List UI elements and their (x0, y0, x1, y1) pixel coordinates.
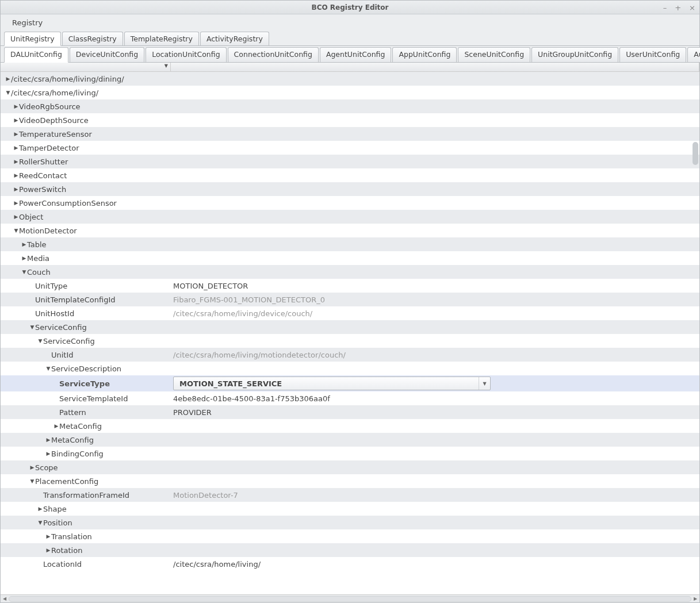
disclosure-closed-icon[interactable]: ▶ (21, 241, 27, 247)
disclosure-open-icon[interactable]: ▼ (5, 90, 11, 95)
tree-label: BindingConfig (51, 450, 104, 458)
tree-row[interactable]: UnitTypeMOTION_DETECTOR (1, 279, 699, 293)
horizontal-scrollbar[interactable]: ◀ ▶ (1, 594, 699, 602)
tree-value: MOTION_DETECTOR (171, 282, 699, 290)
tree-row[interactable]: ▶ Translation (1, 529, 699, 543)
main-tab-unitregistry[interactable]: UnitRegistry (4, 32, 61, 46)
disclosure-closed-icon[interactable]: ▶ (13, 131, 19, 137)
tree-row[interactable]: ServiceTemplateId4ebe8edc-01be-4500-83a1… (1, 391, 699, 405)
sub-tab-deviceunitconfig[interactable]: DeviceUnitConfig (70, 47, 144, 62)
disclosure-closed-icon[interactable]: ▶ (45, 533, 51, 539)
tree-row[interactable]: UnitHostId/citec/csra/home/living/device… (1, 306, 699, 320)
sub-tab-auth[interactable]: Auth (687, 47, 700, 62)
tree-row[interactable]: ▶ Media (1, 251, 699, 265)
tree-row[interactable]: ▶ PowerConsumptionSensor (1, 196, 699, 210)
tree-row[interactable]: ▶ /citec/csra/home/living/dining/ (1, 72, 699, 86)
service-type-select[interactable]: MOTION_STATE_SERVICE▼ (173, 377, 491, 390)
disclosure-closed-icon[interactable]: ▶ (13, 117, 19, 123)
chevron-down-icon[interactable]: ▼ (165, 63, 168, 68)
tree-label: Shape (43, 505, 67, 513)
disclosure-open-icon[interactable]: ▼ (21, 269, 27, 275)
sub-tab-unitgroupunitconfig[interactable]: UnitGroupUnitConfig (531, 47, 618, 62)
disclosure-closed-icon[interactable]: ▶ (29, 464, 35, 470)
tree-view[interactable]: ▶ /citec/csra/home/living/dining/▼ /cite… (1, 72, 699, 601)
tree-row[interactable]: ▶ Shape (1, 502, 699, 516)
tree-row[interactable]: PatternPROVIDER (1, 405, 699, 419)
tree-value[interactable]: MOTION_STATE_SERVICE▼ (171, 377, 699, 390)
tree-row[interactable]: LocationId/citec/csra/home/living/ (1, 557, 699, 571)
main-tab-templateregistry[interactable]: TemplateRegistry (124, 32, 199, 45)
disclosure-closed-icon[interactable]: ▶ (5, 76, 11, 82)
tree-header-col2[interactable] (171, 63, 699, 71)
main-tab-classregistry[interactable]: ClassRegistry (62, 32, 123, 45)
tree-row[interactable]: ▶ Rotation (1, 543, 699, 557)
sub-tab-agentunitconfig[interactable]: AgentUnitConfig (320, 47, 392, 62)
tree-row[interactable]: ▶ MetaConfig (1, 433, 699, 447)
tree-label: Pattern (59, 408, 86, 417)
disclosure-open-icon[interactable]: ▼ (29, 478, 35, 484)
tree-row[interactable]: ▶ VideoDepthSource (1, 113, 699, 127)
disclosure-closed-icon[interactable]: ▶ (13, 145, 19, 151)
tree-header-col1[interactable]: ▼ (1, 63, 171, 71)
tree-row[interactable]: ▼ PlacementConfig (1, 474, 699, 488)
window-controls: – + × (661, 1, 697, 14)
tree-row[interactable]: ▶ RollerShutter (1, 155, 699, 168)
disclosure-closed-icon[interactable]: ▶ (13, 214, 19, 220)
disclosure-open-icon[interactable]: ▼ (37, 520, 43, 525)
sub-tab-dalunitconfig[interactable]: DALUnitConfig (4, 47, 68, 63)
scroll-right-icon[interactable]: ▶ (691, 596, 699, 601)
disclosure-open-icon[interactable]: ▼ (37, 338, 43, 344)
tree-row[interactable]: ▼ ServiceConfig (1, 320, 699, 334)
sub-tab-sceneunitconfig[interactable]: SceneUnitConfig (458, 47, 530, 62)
disclosure-closed-icon[interactable]: ▶ (45, 437, 51, 443)
tree-row[interactable]: ▶ Scope (1, 460, 699, 474)
tree-row[interactable]: ServiceTypeMOTION_STATE_SERVICE▼ (1, 375, 699, 391)
tree-row[interactable]: ▶ Table (1, 237, 699, 251)
tree-row[interactable]: ▼ Position (1, 516, 699, 529)
maximize-icon[interactable]: + (673, 3, 683, 12)
tree-row[interactable]: ▶ ReedContact (1, 168, 699, 182)
scroll-left-icon[interactable]: ◀ (1, 596, 9, 601)
tree-label: MetaConfig (51, 436, 94, 444)
tree-row[interactable]: ▼ ServiceDescription (1, 362, 699, 375)
disclosure-closed-icon[interactable]: ▶ (21, 255, 27, 261)
sub-tab-userunitconfig[interactable]: UserUnitConfig (619, 47, 686, 62)
sub-tab-appunitconfig[interactable]: AppUnitConfig (392, 47, 457, 62)
disclosure-closed-icon[interactable]: ▶ (13, 200, 19, 206)
disclosure-open-icon[interactable]: ▼ (45, 366, 51, 371)
tree-row[interactable]: ▶ TemperatureSensor (1, 127, 699, 141)
scrollbar-thumb[interactable] (693, 142, 698, 165)
disclosure-closed-icon[interactable]: ▶ (53, 423, 59, 429)
disclosure-closed-icon[interactable]: ▶ (13, 172, 19, 178)
tree-row[interactable]: ▼ ServiceConfig (1, 334, 699, 348)
scrollbar-track[interactable] (9, 596, 691, 602)
tree-row[interactable]: ▶ TamperDetector (1, 141, 699, 155)
close-icon[interactable]: × (687, 3, 697, 12)
sub-tab-locationunitconfig[interactable]: LocationUnitConfig (146, 47, 226, 62)
tree-label: Rotation (51, 546, 82, 555)
tree-row[interactable]: UnitId/citec/csra/home/living/motiondete… (1, 348, 699, 362)
disclosure-open-icon[interactable]: ▼ (13, 228, 19, 233)
minimize-icon[interactable]: – (661, 3, 669, 12)
main-tab-activityregistry[interactable]: ActivityRegistry (200, 32, 269, 45)
tree-row[interactable]: ▶ MetaConfig (1, 419, 699, 433)
tree-row[interactable]: ▶ PowerSwitch (1, 182, 699, 196)
tree-row[interactable]: ▶ VideoRgbSource (1, 99, 699, 113)
tree-row[interactable]: ▼ MotionDetector (1, 224, 699, 237)
tree-row[interactable]: ▼ Couch (1, 265, 699, 279)
sub-tab-connectionunitconfig[interactable]: ConnectionUnitConfig (228, 47, 319, 62)
disclosure-closed-icon[interactable]: ▶ (13, 159, 19, 164)
tree-row[interactable]: ▶ BindingConfig (1, 447, 699, 460)
disclosure-closed-icon[interactable]: ▶ (13, 103, 19, 109)
disclosure-closed-icon[interactable]: ▶ (45, 451, 51, 456)
disclosure-closed-icon[interactable]: ▶ (45, 547, 51, 553)
tree-row[interactable]: ▶ Object (1, 210, 699, 224)
disclosure-closed-icon[interactable]: ▶ (37, 506, 43, 512)
tree-row[interactable]: TransformationFrameIdMotionDetector-7 (1, 488, 699, 502)
disclosure-closed-icon[interactable]: ▶ (13, 186, 19, 192)
chevron-down-icon[interactable]: ▼ (479, 377, 490, 390)
menu-registry[interactable]: Registry (6, 16, 48, 29)
tree-row[interactable]: ▼ /citec/csra/home/living/ (1, 86, 699, 99)
disclosure-open-icon[interactable]: ▼ (29, 324, 35, 330)
tree-row[interactable]: UnitTemplateConfigIdFibaro_FGMS-001_MOTI… (1, 293, 699, 306)
